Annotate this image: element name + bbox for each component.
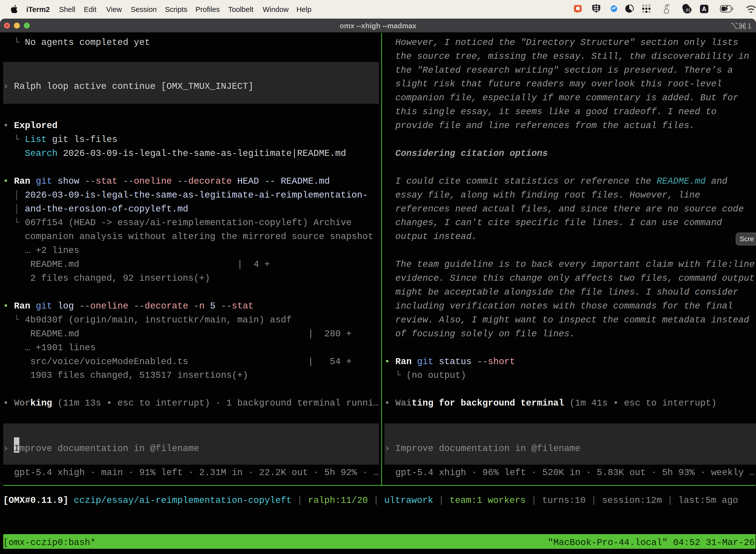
svg-text:..61: ..61 [684,8,691,12]
svg-text:A: A [702,5,706,12]
